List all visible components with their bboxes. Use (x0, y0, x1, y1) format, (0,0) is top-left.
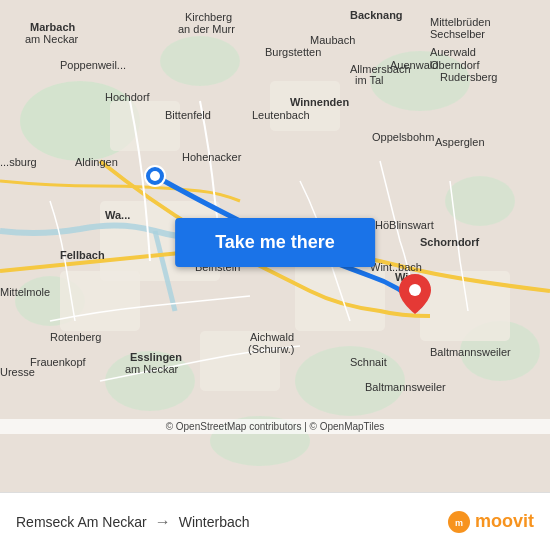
svg-text:am Neckar: am Neckar (125, 363, 179, 375)
svg-text:Schnait: Schnait (350, 356, 387, 368)
svg-text:Mittelmole: Mittelmole (0, 286, 50, 298)
svg-text:Winnenden: Winnenden (290, 96, 349, 108)
svg-text:...sburg: ...sburg (0, 156, 37, 168)
svg-text:(Schurw.): (Schurw.) (248, 343, 294, 355)
svg-text:Baltmannsweiler: Baltmannsweiler (365, 381, 446, 393)
svg-text:Frauenkopf: Frauenkopf (30, 356, 87, 368)
svg-point-2 (160, 36, 240, 86)
svg-text:im Tal: im Tal (355, 74, 384, 86)
svg-text:Wint..bach: Wint..bach (370, 261, 422, 273)
svg-text:Leutenbach: Leutenbach (252, 109, 310, 121)
map-attribution: © OpenStreetMap contributors | © OpenMap… (0, 419, 550, 434)
take-me-there-button[interactable]: Take me there (175, 218, 375, 267)
svg-text:Burgstetten: Burgstetten (265, 46, 321, 58)
route-info: Remseck Am Neckar → Winterbach (16, 513, 447, 531)
svg-text:Aichwald: Aichwald (250, 331, 294, 343)
app: Marbach am Neckar Kirchberg an der Murr … (0, 0, 550, 550)
svg-text:Wa...: Wa... (105, 209, 130, 221)
svg-text:Auerwald: Auerwald (430, 46, 476, 58)
svg-text:Mittelbrüden: Mittelbrüden (430, 16, 491, 28)
svg-text:Oppelsbohm: Oppelsbohm (372, 131, 434, 143)
svg-text:Hochdorf: Hochdorf (105, 91, 151, 103)
svg-rect-13 (420, 271, 510, 341)
svg-text:Maubach: Maubach (310, 34, 355, 46)
svg-text:Kirchberg: Kirchberg (185, 11, 232, 23)
svg-point-4 (445, 176, 515, 226)
destination-label: Winterbach (179, 514, 250, 530)
moovit-icon: m (447, 510, 471, 534)
svg-text:Bittenfeld: Bittenfeld (165, 109, 211, 121)
origin-label: Remseck Am Neckar (16, 514, 147, 530)
svg-text:Rudersberg: Rudersberg (440, 71, 497, 83)
svg-text:Poppenweil...: Poppenweil... (60, 59, 126, 71)
svg-point-63 (409, 284, 421, 296)
svg-text:Oberndorf: Oberndorf (430, 59, 480, 71)
svg-text:Uresse: Uresse (0, 366, 35, 378)
moovit-name: moovit (475, 511, 534, 532)
svg-text:Schorndorf: Schorndorf (420, 236, 480, 248)
svg-text:Backnang: Backnang (350, 9, 403, 21)
svg-text:am Neckar: am Neckar (25, 33, 79, 45)
svg-text:HöBlinswart: HöBlinswart (375, 219, 434, 231)
arrow-icon: → (155, 513, 171, 531)
svg-text:an der Murr: an der Murr (178, 23, 235, 35)
moovit-logo: m moovit (447, 510, 534, 534)
svg-text:m: m (455, 518, 463, 528)
svg-text:Hohenacker: Hohenacker (182, 151, 242, 163)
svg-text:Baltmannsweiler: Baltmannsweiler (430, 346, 511, 358)
svg-text:Fellbach: Fellbach (60, 249, 105, 261)
svg-text:Sechselber: Sechselber (430, 28, 485, 40)
svg-text:Aldingen: Aldingen (75, 156, 118, 168)
svg-point-62 (150, 171, 160, 181)
svg-text:Asperglen: Asperglen (435, 136, 485, 148)
svg-text:Marbach: Marbach (30, 21, 76, 33)
svg-text:Esslingen: Esslingen (130, 351, 182, 363)
bottom-bar: Remseck Am Neckar → Winterbach m moovit (0, 492, 550, 550)
map-container: Marbach am Neckar Kirchberg an der Murr … (0, 0, 550, 492)
svg-text:Rotenberg: Rotenberg (50, 331, 101, 343)
